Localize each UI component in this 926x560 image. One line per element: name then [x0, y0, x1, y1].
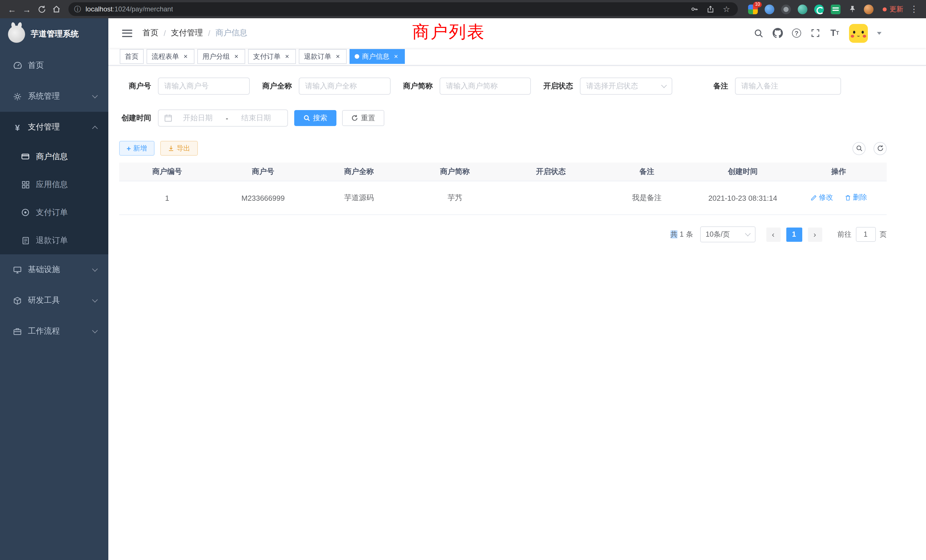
close-icon[interactable]: ×	[233, 53, 240, 60]
col-header: 操作	[791, 166, 887, 177]
sidebar-item-merchant-info[interactable]: 商户信息	[0, 142, 108, 171]
browser-menu-icon[interactable]: ⋮	[906, 2, 921, 17]
delete-link[interactable]: 删除	[844, 193, 867, 203]
date-range-picker[interactable]: 开始日期 - 结束日期	[158, 109, 288, 127]
close-icon[interactable]: ×	[182, 53, 189, 60]
password-key-icon[interactable]	[689, 3, 700, 15]
next-page-button[interactable]: ›	[808, 227, 822, 242]
page-size-select[interactable]: 10条/页	[700, 226, 755, 242]
cell-merchant-index: 1	[119, 194, 215, 202]
reset-button-label: 重置	[361, 113, 375, 123]
tab-pay-order[interactable]: 支付订单 ×	[248, 49, 296, 64]
table-row: 1 M233666999 芋道源码 芋艿 我是备注 2021-10-23 08:…	[119, 182, 887, 215]
sidebar-item-label: 应用信息	[36, 179, 68, 190]
tab-refund-order[interactable]: 退款订单 ×	[299, 49, 346, 64]
remark-input[interactable]: 请输入备注	[735, 77, 841, 95]
bank-card-icon	[21, 152, 30, 161]
chevron-down-icon	[92, 93, 98, 98]
extension-icon-green-square[interactable]	[831, 4, 840, 14]
refresh-button[interactable]	[873, 142, 887, 155]
sidebar-toggle-icon[interactable]	[122, 29, 132, 37]
create-time-label: 创建时间	[119, 113, 158, 123]
reset-button[interactable]: 重置	[342, 110, 384, 126]
add-button[interactable]: + 新增	[119, 141, 154, 156]
update-label: 更新	[890, 4, 903, 14]
merchant-no-input[interactable]: 请输入商户号	[158, 77, 250, 95]
github-icon[interactable]	[773, 28, 783, 38]
search-icon[interactable]	[753, 28, 764, 38]
cell-create-time: 2021-10-23 08:31:14	[695, 194, 791, 202]
breadcrumb-separator: /	[163, 29, 166, 38]
help-icon[interactable]: ?	[792, 29, 801, 38]
edit-link[interactable]: 修改	[810, 193, 833, 203]
date-end-placeholder: 结束日期	[230, 113, 282, 123]
site-info-icon[interactable]: ⓘ	[74, 4, 81, 14]
browser-update-button[interactable]: 更新	[883, 4, 903, 14]
app-title: 芋道管理系统	[31, 29, 79, 39]
status-select[interactable]: 请选择开启状态	[580, 77, 672, 95]
browser-reload-icon[interactable]	[34, 2, 49, 17]
sidebar-item-pay-order[interactable]: 支付订单	[0, 198, 108, 226]
extension-icon-dark[interactable]	[781, 4, 791, 14]
full-name-label: 商户全称	[262, 81, 299, 91]
tab-process-form[interactable]: 流程表单 ×	[147, 49, 194, 64]
extension-icon-colorful[interactable]: 10	[748, 4, 758, 14]
goto-page-input[interactable]: 1	[856, 227, 876, 242]
tags-view-bar: 首页 流程表单 × 用户分组 × 支付订单 × 退款订单 ×	[108, 48, 926, 65]
prev-page-button[interactable]: ‹	[766, 227, 780, 242]
short-name-label: 商户简称	[403, 81, 440, 91]
active-dot-icon	[355, 54, 359, 59]
browser-toolbar: ← → ⓘ localhost:1024/pay/merchant ☆ 10	[0, 0, 926, 18]
breadcrumb-pay[interactable]: 支付管理	[171, 28, 203, 38]
avatar-caret-icon[interactable]	[877, 32, 882, 35]
tab-merchant-info[interactable]: 商户信息 ×	[350, 49, 405, 64]
browser-profile-avatar[interactable]	[864, 4, 873, 14]
tab-label: 用户分组	[203, 51, 230, 61]
sidebar-item-app-info[interactable]: 应用信息	[0, 171, 108, 198]
tab-user-group[interactable]: 用户分组 ×	[197, 49, 245, 64]
search-button-label: 搜索	[313, 113, 327, 123]
browser-back-icon[interactable]: ←	[5, 2, 20, 17]
page-number-1[interactable]: 1	[786, 227, 802, 242]
merchant-no-placeholder: 请输入商户号	[164, 81, 209, 91]
sidebar-item-devtools[interactable]: 研发工具	[0, 285, 108, 316]
short-name-input[interactable]: 请输入商户简称	[440, 77, 531, 95]
page-size-value: 10条/页	[706, 230, 730, 239]
tab-home[interactable]: 首页	[120, 49, 144, 64]
sidebar-item-system[interactable]: 系统管理	[0, 81, 108, 112]
close-icon[interactable]: ×	[334, 53, 342, 60]
pinned-extension-icon[interactable]	[847, 4, 857, 14]
sidebar-item-refund-order[interactable]: 退款订单	[0, 226, 108, 254]
bookmark-star-icon[interactable]: ☆	[721, 3, 732, 15]
sidebar-item-pay[interactable]: ¥ 支付管理	[0, 112, 108, 142]
toggle-search-button[interactable]	[852, 142, 865, 155]
chevron-down-icon	[92, 328, 98, 333]
breadcrumb-home[interactable]: 首页	[142, 28, 159, 38]
app-logo[interactable]: 芋道管理系统	[0, 18, 108, 50]
extension-icon-avatar[interactable]	[798, 4, 807, 14]
navbar-actions: ? TT	[753, 24, 882, 42]
url-bar[interactable]: ⓘ localhost:1024/pay/merchant ☆	[68, 2, 738, 16]
full-name-input[interactable]: 请输入商户全称	[299, 77, 390, 95]
font-size-icon[interactable]: TT	[830, 28, 840, 38]
share-icon[interactable]	[705, 3, 716, 15]
extension-icon-green-circle[interactable]	[814, 4, 824, 14]
col-header: 商户全称	[311, 166, 407, 177]
close-icon[interactable]: ×	[392, 53, 400, 60]
page-annotation: 商户列表	[412, 22, 485, 42]
browser-forward-icon[interactable]: →	[20, 2, 34, 17]
extension-icon-blue[interactable]	[765, 4, 774, 14]
pagination: 共1条 10条/页 ‹ 1 › 前往 1 页	[119, 226, 887, 242]
user-avatar[interactable]	[849, 24, 868, 42]
browser-home-icon[interactable]	[49, 2, 64, 17]
export-button[interactable]: 导出	[160, 141, 198, 156]
sidebar-item-home[interactable]: 首页	[0, 50, 108, 81]
search-button[interactable]: 搜索	[294, 110, 336, 126]
page-unit-label: 页	[879, 230, 887, 239]
fullscreen-icon[interactable]	[810, 28, 820, 38]
page-content: 商户号 请输入商户号 商户全称 请输入商户全称 商户简称	[108, 65, 926, 560]
close-icon[interactable]: ×	[283, 53, 291, 60]
tab-label: 支付订单	[253, 51, 280, 61]
sidebar-item-infra[interactable]: 基础设施	[0, 254, 108, 285]
sidebar-item-workflow[interactable]: 工作流程	[0, 316, 108, 347]
